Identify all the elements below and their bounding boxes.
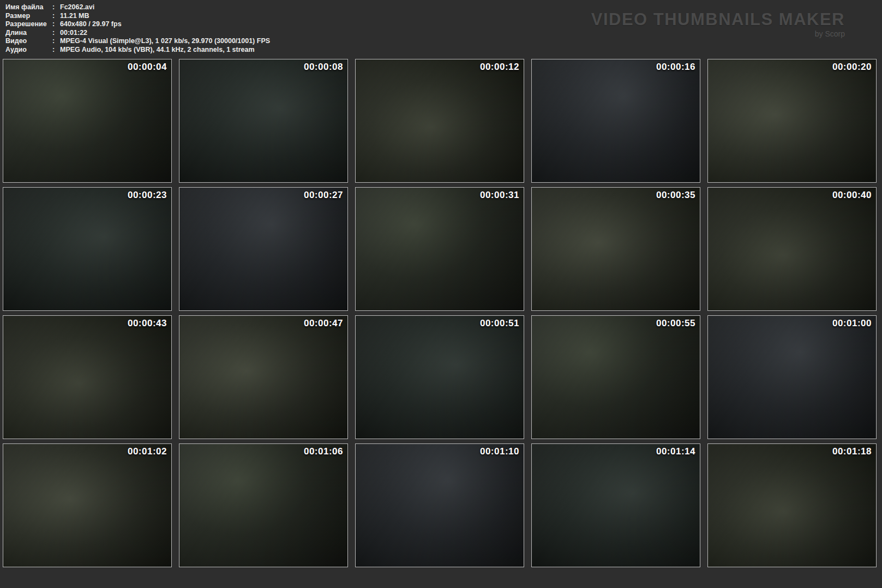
timestamp-label: 00:00:20 <box>832 62 872 73</box>
file-info-row-resolution: Разрешение:640x480 / 29.97 fps <box>5 20 270 29</box>
file-info-separator: : <box>52 37 60 46</box>
thumbnail-frame <box>356 316 524 439</box>
file-info-label: Разрешение <box>5 20 52 29</box>
video-thumbnail: 00:00:51 <box>355 315 524 439</box>
thumbnail-sheet: Имя файла:Fc2062.avi Размер:11.21 MB Раз… <box>0 0 882 588</box>
video-thumbnail: 00:00:35 <box>531 187 700 311</box>
timestamp-label: 00:00:40 <box>832 190 872 201</box>
video-thumbnail: 00:00:47 <box>179 315 348 439</box>
thumbnail-frame <box>532 188 700 310</box>
video-thumbnail: 00:00:16 <box>531 59 700 183</box>
timestamp-label: 00:00:55 <box>656 318 695 329</box>
video-thumbnail: 00:01:00 <box>707 315 877 439</box>
file-info-label: Размер <box>5 12 52 21</box>
thumbnail-frame <box>3 444 171 567</box>
file-info-separator: : <box>52 12 60 21</box>
timestamp-label: 00:00:35 <box>656 190 695 201</box>
file-info-value: 00:01:22 <box>60 29 87 38</box>
file-info-label: Видео <box>5 37 52 46</box>
thumbnail-frame <box>708 316 876 439</box>
thumbnail-frame <box>356 188 524 310</box>
video-thumbnail: 00:00:12 <box>355 59 524 183</box>
thumbnail-grid: 00:00:04 00:00:08 00:00:12 00:00:16 00:0… <box>3 59 877 567</box>
timestamp-label: 00:00:23 <box>128 190 167 201</box>
thumbnail-frame <box>3 188 171 310</box>
thumbnail-frame <box>179 59 347 182</box>
file-info-separator: : <box>52 3 60 12</box>
thumbnail-frame <box>708 59 876 182</box>
video-thumbnail: 00:00:55 <box>531 315 700 439</box>
thumbnail-frame <box>179 188 347 310</box>
video-thumbnail: 00:00:08 <box>179 59 348 183</box>
video-thumbnail: 00:00:31 <box>355 187 524 311</box>
file-info-separator: : <box>52 29 60 38</box>
video-thumbnail: 00:00:43 <box>3 315 172 439</box>
timestamp-label: 00:00:12 <box>480 62 519 73</box>
timestamp-label: 00:00:16 <box>656 62 695 73</box>
file-info-panel: Имя файла:Fc2062.avi Размер:11.21 MB Раз… <box>5 3 270 55</box>
video-thumbnail: 00:01:02 <box>3 443 172 567</box>
video-thumbnail: 00:00:04 <box>3 59 172 183</box>
file-info-row-duration: Длина:00:01:22 <box>5 29 270 38</box>
file-info-value: MPEG-4 Visual (Simple@L3), 1 027 kb/s, 2… <box>60 37 270 46</box>
timestamp-label: 00:00:51 <box>480 318 519 329</box>
timestamp-label: 00:00:43 <box>128 318 167 329</box>
watermark-title: VIDEO THUMBNAILS MAKER <box>591 10 845 29</box>
file-info-row-video: Видео:MPEG-4 Visual (Simple@L3), 1 027 k… <box>5 37 270 46</box>
timestamp-label: 00:00:31 <box>480 190 519 201</box>
thumbnail-frame <box>3 316 171 439</box>
file-info-label: Имя файла <box>5 3 52 12</box>
watermark: VIDEO THUMBNAILS MAKER by Scorp <box>591 10 845 38</box>
timestamp-label: 00:00:04 <box>128 62 167 73</box>
thumbnail-frame <box>532 59 700 182</box>
file-info-row-size: Размер:11.21 MB <box>5 12 270 21</box>
file-info-value: MPEG Audio, 104 kb/s (VBR), 44.1 kHz, 2 … <box>60 46 255 55</box>
thumbnail-frame <box>3 59 171 182</box>
thumbnail-frame <box>532 444 700 567</box>
timestamp-label: 00:01:00 <box>832 318 872 329</box>
file-info-separator: : <box>52 20 60 29</box>
video-thumbnail: 00:01:18 <box>707 443 877 567</box>
thumbnail-frame <box>708 188 876 310</box>
timestamp-label: 00:01:02 <box>128 446 167 457</box>
file-info-row-filename: Имя файла:Fc2062.avi <box>5 3 270 12</box>
timestamp-label: 00:01:10 <box>480 446 519 457</box>
timestamp-label: 00:01:06 <box>304 446 343 457</box>
file-info-value: 11.21 MB <box>60 12 89 21</box>
video-thumbnail: 00:01:06 <box>179 443 348 567</box>
timestamp-label: 00:00:08 <box>304 62 343 73</box>
file-info-label: Аудио <box>5 46 52 55</box>
file-info-separator: : <box>52 46 60 55</box>
timestamp-label: 00:01:14 <box>656 446 695 457</box>
thumbnail-frame <box>356 59 524 182</box>
file-info-label: Длина <box>5 29 52 38</box>
file-info-row-audio: Аудио:MPEG Audio, 104 kb/s (VBR), 44.1 k… <box>5 46 270 55</box>
video-thumbnail: 00:00:23 <box>3 187 172 311</box>
file-info-value: Fc2062.avi <box>60 3 94 12</box>
video-thumbnail: 00:00:20 <box>707 59 877 183</box>
video-thumbnail: 00:00:40 <box>707 187 877 311</box>
thumbnail-frame <box>708 444 876 567</box>
video-thumbnail: 00:01:10 <box>355 443 524 567</box>
timestamp-label: 00:00:47 <box>304 318 343 329</box>
timestamp-label: 00:00:27 <box>304 190 343 201</box>
watermark-byline: by Scorp <box>591 29 845 38</box>
video-thumbnail: 00:00:27 <box>179 187 348 311</box>
video-thumbnail: 00:01:14 <box>531 443 700 567</box>
thumbnail-frame <box>532 316 700 439</box>
thumbnail-frame <box>179 444 347 567</box>
thumbnail-frame <box>179 316 347 439</box>
timestamp-label: 00:01:18 <box>832 446 872 457</box>
file-info-value: 640x480 / 29.97 fps <box>60 20 122 29</box>
thumbnail-frame <box>356 444 524 567</box>
